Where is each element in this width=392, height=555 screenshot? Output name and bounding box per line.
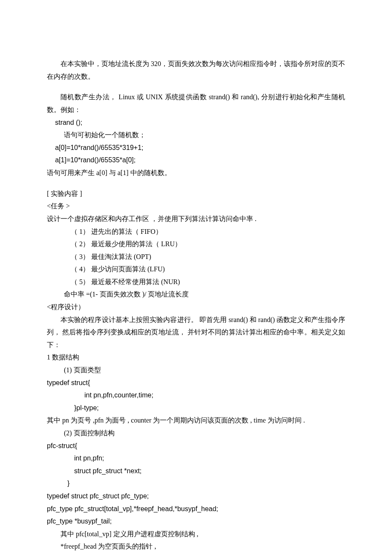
algorithm-lru: （ 2） 最近最少使用的算法（ LRU）	[47, 238, 345, 250]
code-pfc-close: }	[47, 477, 345, 490]
blank-line	[47, 179, 345, 187]
algorithm-nur: （ 5） 最近最不经常使用算法 (NUR)	[47, 276, 345, 288]
heading-task: <任务 >	[47, 200, 345, 213]
heading-data-structure: 1 数据结构	[47, 351, 345, 364]
heading-program-design: <程序设计）	[47, 301, 345, 313]
code-busypf-tail: pfc_type *busypf_tail;	[47, 515, 345, 528]
code-pfc-array: pfc_type pfc_struct[total_vp],*freepf_he…	[47, 503, 345, 515]
code-pfc-next: struct pfc_struct *next;	[47, 465, 345, 477]
pfc-description-2: *freepf_head 为空页面头的指针 ,	[47, 540, 345, 553]
algorithm-fifo: （ 1） 进先出的算法（ FIFO）	[47, 225, 345, 238]
heading-experiment: [ 实验内容 ]	[47, 187, 345, 200]
code-a1: a[1]=10*rand()/65535*a[0];	[47, 154, 345, 167]
algorithm-opt: （ 3） 最佳淘汰算法 (OPT)	[47, 250, 345, 263]
page-control-heading: (2) 页面控制结构	[47, 427, 345, 440]
hit-rate-formula: 命中率 =(1- 页面失效次数 )/ 页地址流长度	[47, 288, 345, 301]
paragraph-rand-intro: 随机数产生办法， Linux 或 UNIX 系统提供函数 strand() 和 …	[47, 91, 345, 116]
code-a0: a[0]=10*rand()/65535*319+1;	[47, 141, 345, 154]
paragraph-produce-rand: 语句可用来产生 a[0] 与 a[1] 中的随机数。	[47, 167, 345, 179]
code-struct-members: int pn,pfn,counter,time;	[47, 389, 345, 402]
code-pl-type: }pl-type;	[47, 402, 345, 414]
pfc-description-1: 其中 pfc[total_vp] 定义用户进程虚页控制结构 ,	[47, 528, 345, 541]
blank-line	[47, 83, 345, 91]
code-typedef-struct: typedef struct{	[47, 377, 345, 389]
algorithm-lfu: （ 4） 最少访问页面算法 (LFU)	[47, 263, 345, 276]
code-pfc-members: int pn,pfn;	[47, 452, 345, 465]
paragraph-init-rand: 语句可初始化一个随机数；	[47, 129, 345, 141]
task-description: 设计一个虚拟存储区和内存工作区 ，并使用下列算法计算访问命中率 .	[47, 213, 345, 225]
document-page: { "p1": "在本实验中，页地址流长度为 320，页面失效次数为每次访问相应…	[0, 0, 392, 555]
code-pfc-struct: pfc-struct{	[47, 440, 345, 452]
code-typedef-pfc: typedef struct pfc_struct pfc_type;	[47, 490, 345, 503]
code-strand: strand ();	[47, 116, 345, 129]
pfc-description-3: *busypf_head 为忙页面头的指针 ,	[47, 553, 345, 555]
paragraph-page-fault: 在本实验中，页地址流长度为 320，页面失效次数为每次访问相应指令时，该指令所对…	[47, 58, 345, 83]
page-type-description: 其中 pn 为页号 ,pfn 为面号 , counter 为一个周期内访问该页面…	[47, 414, 345, 427]
page-type-heading: (1) 页面类型	[47, 364, 345, 377]
program-description: 本实验的程序设计基本上按照实验内容进行。 即首先用 srand() 和 rand…	[47, 313, 345, 351]
